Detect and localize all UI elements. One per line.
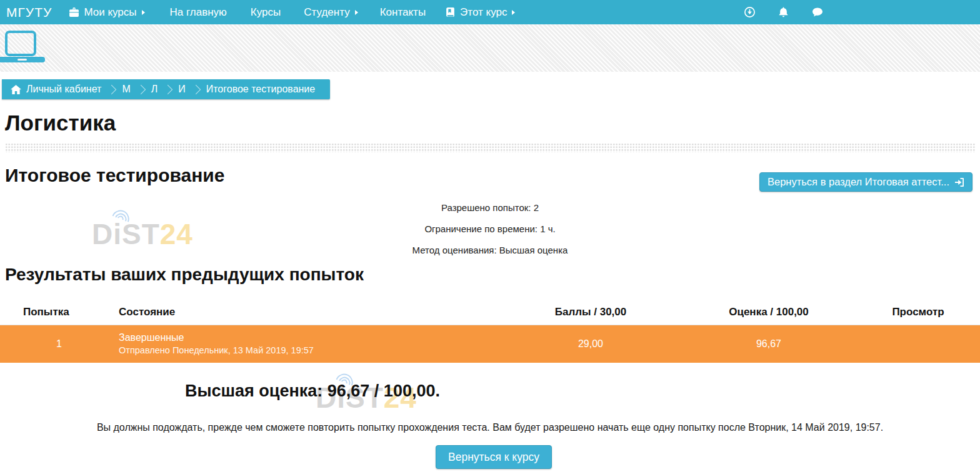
breadcrumb-l[interactable]: Л: [151, 84, 158, 95]
nav-this-course[interactable]: Этот курс: [445, 6, 515, 19]
brand-logo[interactable]: МГУТУ: [6, 5, 52, 20]
quiz-page: МГУТУ Мои курсы На главную Курсы Студент…: [0, 0, 980, 472]
chevron-right-icon: [163, 84, 173, 94]
attempt-state: Завершенные: [119, 331, 499, 344]
caret-right-icon: [355, 10, 358, 15]
nav-my-courses[interactable]: Мои курсы: [69, 6, 144, 19]
table-header-row: Попытка Состояние Баллы / 30,00 Оценка /…: [0, 300, 980, 325]
sign-in-icon: [954, 177, 964, 187]
attempt-marks-cell: 29,00: [500, 325, 681, 363]
header-grade: Оценка / 100,00: [681, 300, 856, 325]
attempt-grade-cell: 96,67: [681, 325, 856, 363]
nav-my-courses-label: Мои курсы: [84, 6, 136, 19]
nav-contacts-label: Контакты: [380, 6, 426, 19]
chevron-right-icon: [107, 84, 117, 94]
download-circle-icon[interactable]: [744, 6, 756, 18]
caret-right-icon: [512, 10, 515, 15]
attempt-state-cell: Завершенные Отправлено Понедельник, 13 М…: [100, 325, 500, 363]
caret-right-icon: [142, 10, 145, 15]
nav-courses-label: Курсы: [251, 6, 281, 19]
breadcrumb-m[interactable]: М: [122, 84, 130, 95]
book-icon: [445, 7, 456, 17]
breadcrumb: Личный кабинет М Л И Итоговое тестирован…: [2, 79, 330, 99]
home-icon: [11, 85, 21, 94]
nav-contacts[interactable]: Контакты: [380, 6, 426, 19]
breadcrumb-dashboard[interactable]: Личный кабинет: [26, 84, 101, 95]
attempts-table: Попытка Состояние Баллы / 30,00 Оценка /…: [0, 300, 980, 363]
header-marks: Баллы / 30,00: [500, 300, 681, 325]
dist24-watermark: DiST24: [92, 205, 193, 248]
nav-home[interactable]: На главную: [170, 6, 227, 19]
header-banner: [0, 24, 980, 72]
nav-student[interactable]: Студенту: [304, 6, 358, 19]
breadcrumb-current[interactable]: Итоговое тестирование: [206, 84, 316, 95]
nav-courses[interactable]: Курсы: [251, 6, 281, 19]
breadcrumb-i[interactable]: И: [178, 84, 186, 95]
briefcase-icon: [69, 7, 79, 17]
header-attempt: Попытка: [0, 300, 100, 325]
top-navbar: МГУТУ Мои курсы На главную Курсы Студент…: [0, 0, 980, 24]
attempt-row: 1 Завершенные Отправлено Понедельник, 13…: [0, 325, 980, 363]
back-to-course-button[interactable]: Вернуться к курсу: [436, 445, 552, 469]
chevron-right-icon: [136, 84, 146, 94]
back-to-course-wrap: Вернуться к курсу: [0, 445, 980, 469]
header-review: Просмотр: [856, 300, 980, 325]
header-state: Состояние: [100, 300, 500, 325]
back-to-section-button[interactable]: Вернуться в раздел Итоговая аттест...: [759, 172, 972, 192]
chevron-right-icon: [191, 84, 201, 94]
grade-summary: Высшая оценка: 96,67 / 100,00.: [0, 381, 625, 401]
attempt-number-cell: 1: [0, 325, 100, 363]
chat-icon[interactable]: [811, 7, 824, 17]
navbar-icon-group: [744, 0, 824, 24]
course-title: Логистика: [5, 111, 116, 135]
wait-message: Вы должны подождать, прежде чем сможете …: [0, 422, 980, 433]
attempt-submitted-date: Отправлено Понедельник, 13 Май 2019, 19:…: [119, 344, 499, 357]
nav-student-label: Студенту: [304, 6, 349, 19]
back-to-course-label: Вернуться к курсу: [448, 451, 539, 464]
quiz-title: Итоговое тестирование: [5, 165, 224, 186]
dotted-divider: [5, 143, 975, 152]
nav-home-label: На главную: [170, 6, 227, 19]
attempt-review-cell: [856, 325, 980, 363]
back-to-section-label: Вернуться в раздел Итоговая аттест...: [768, 176, 949, 188]
nav-this-course-label: Этот курс: [460, 6, 507, 19]
results-heading: Результаты ваших предыдущих попыток: [5, 265, 364, 285]
bell-icon[interactable]: [778, 6, 789, 18]
